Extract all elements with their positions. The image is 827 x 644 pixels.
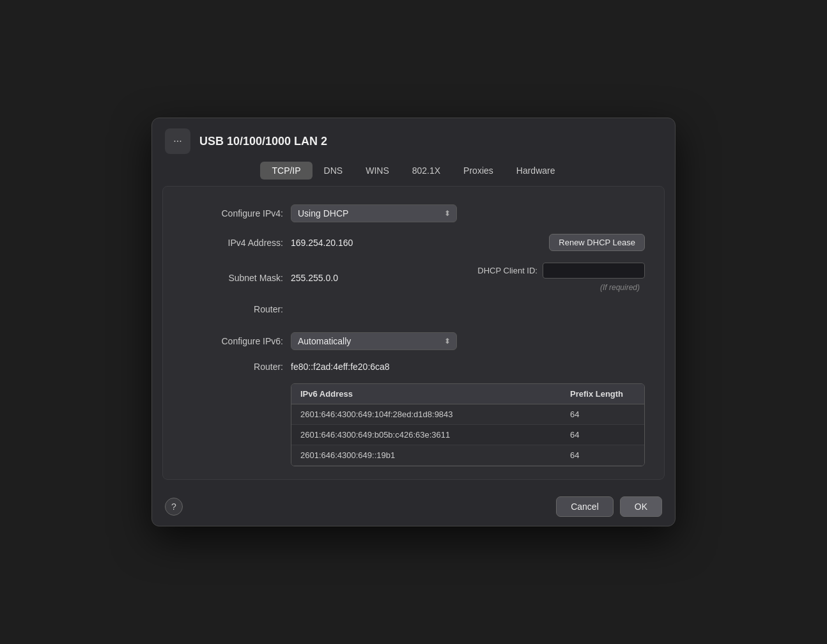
prefix-length-cell: 64 <box>561 425 644 445</box>
ipv6-address-col-header: IPv6 Address <box>291 384 561 404</box>
footer-buttons: Cancel OK <box>556 496 662 517</box>
configure-ipv6-select[interactable]: Automatically Manually Off <box>291 332 457 350</box>
configure-ipv6-row: Configure IPv6: Automatically Manually O… <box>182 332 645 350</box>
tab-hardware[interactable]: Hardware <box>505 162 567 180</box>
subnet-mask-label: Subnet Mask: <box>182 273 291 283</box>
dhcp-client-row: DHCP Client ID: <box>477 263 645 279</box>
ipv4-address-label: IPv4 Address: <box>182 238 291 248</box>
tab-8021x[interactable]: 802.1X <box>401 162 452 180</box>
tab-proxies[interactable]: Proxies <box>452 162 505 180</box>
ipv6-table-container: IPv6 Address Prefix Length 2601:646:4300… <box>291 383 645 466</box>
cancel-button[interactable]: Cancel <box>556 496 614 517</box>
configure-ipv6-label: Configure IPv6: <box>182 336 291 346</box>
configure-ipv4-select[interactable]: Using DHCP Manually Off <box>291 204 457 222</box>
ipv6-address-cell: 2601:646:4300:649:104f:28ed:d1d8:9843 <box>291 404 561 425</box>
ipv6-table: IPv6 Address Prefix Length 2601:646:4300… <box>291 384 644 466</box>
ipv4-address-row: IPv4 Address: 169.254.20.160 Renew DHCP … <box>182 234 645 251</box>
if-required-text: (If required) <box>600 283 642 292</box>
network-icon: ··· <box>165 128 190 154</box>
ipv6-table-header-row: IPv6 Address Prefix Length <box>291 384 644 404</box>
prefix-length-col-header: Prefix Length <box>561 384 644 404</box>
table-row: 2601:646:4300:649:b05b:c426:63e:3611 64 <box>291 425 644 445</box>
router-ipv4-label: Router: <box>182 304 291 314</box>
dhcp-client-section: DHCP Client ID: (If required) <box>477 263 645 293</box>
configure-ipv4-select-wrapper: Using DHCP Manually Off ⬍ <box>291 204 457 222</box>
network-settings-dialog: ··· USB 10/100/1000 LAN 2 TCP/IP DNS WIN… <box>151 118 676 526</box>
tab-tcpip[interactable]: TCP/IP <box>260 162 312 180</box>
tab-wins[interactable]: WINS <box>354 162 401 180</box>
dhcp-client-id-label: DHCP Client ID: <box>477 266 537 275</box>
configure-ipv6-select-wrapper: Automatically Manually Off ⬍ <box>291 332 457 350</box>
renew-dhcp-button[interactable]: Renew DHCP Lease <box>549 234 645 251</box>
router-ipv6-label: Router: <box>182 362 291 372</box>
tab-dns[interactable]: DNS <box>313 162 355 180</box>
tabs-bar: TCP/IP DNS WINS 802.1X Proxies Hardware <box>152 162 675 180</box>
window-title: USB 10/100/1000 LAN 2 <box>199 135 327 148</box>
help-button[interactable]: ? <box>165 498 183 516</box>
prefix-length-cell: 64 <box>561 445 644 466</box>
subnet-mask-value: 255.255.0.0 <box>291 273 338 283</box>
title-bar: ··· USB 10/100/1000 LAN 2 <box>152 118 675 162</box>
main-content: Configure IPv4: Using DHCP Manually Off … <box>162 186 665 480</box>
ipv4-address-value: 169.254.20.160 <box>291 238 353 248</box>
router-ipv6-row: Router: fe80::f2ad:4eff:fe20:6ca8 <box>182 362 645 372</box>
table-row: 2601:646:4300:649::19b1 64 <box>291 445 644 466</box>
configure-ipv4-label: Configure IPv4: <box>182 208 291 218</box>
subnet-mask-row: Subnet Mask: 255.255.0.0 DHCP Client ID:… <box>182 263 645 293</box>
router-ipv4-row: Router: <box>182 304 645 314</box>
prefix-length-cell: 64 <box>561 404 644 425</box>
dhcp-client-id-input[interactable] <box>543 263 645 279</box>
router-ipv6-value: fe80::f2ad:4eff:fe20:6ca8 <box>291 362 390 372</box>
ok-button[interactable]: OK <box>620 496 662 517</box>
configure-ipv4-row: Configure IPv4: Using DHCP Manually Off … <box>182 204 645 222</box>
ipv6-address-cell: 2601:646:4300:649::19b1 <box>291 445 561 466</box>
footer: ? Cancel OK <box>152 490 675 526</box>
table-row: 2601:646:4300:649:104f:28ed:d1d8:9843 64 <box>291 404 644 425</box>
ipv6-address-cell: 2601:646:4300:649:b05b:c426:63e:3611 <box>291 425 561 445</box>
